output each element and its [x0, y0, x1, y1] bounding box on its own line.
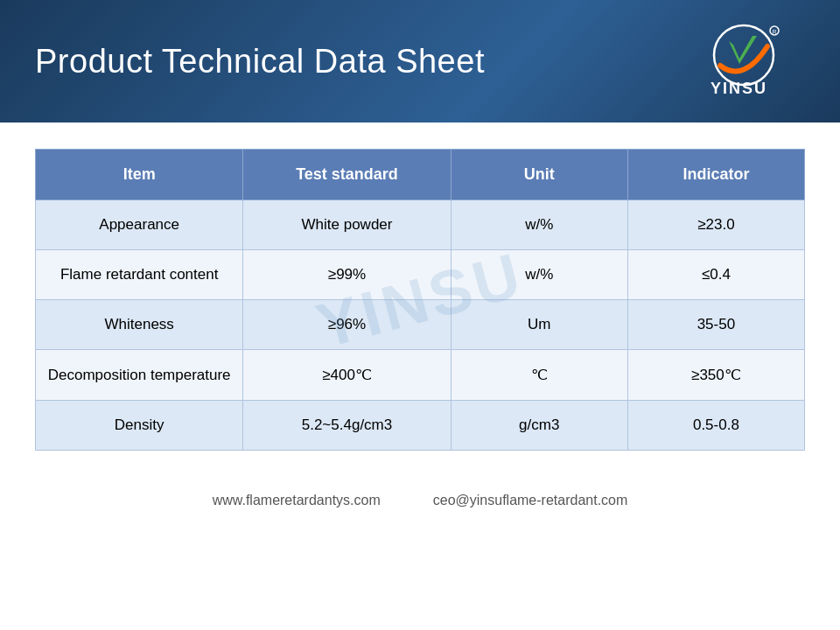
email-link: ceo@yinsuflame-retardant.com: [433, 493, 628, 508]
cell-3-3: ≥350℃: [627, 350, 804, 401]
table-row: Density5.2~5.4g/cm3g/cm30.5-0.8: [36, 401, 805, 451]
cell-3-0: Decomposition temperature: [36, 350, 243, 401]
cell-0-3: ≥23.0: [627, 200, 804, 250]
footer-links: www.flameretardantys.com ceo@yinsuflame-…: [35, 493, 805, 508]
cell-3-1: ≥400℃: [243, 350, 451, 401]
cell-0-2: w/%: [451, 200, 627, 250]
page-footer: www.flameretardantys.com ceo@yinsuflame-…: [0, 477, 840, 524]
table-row: AppearanceWhite powderw/%≥23.0: [36, 200, 805, 250]
svg-text:YINSU: YINSU: [710, 80, 767, 97]
cell-2-3: 35-50: [627, 300, 804, 350]
website-link: www.flameretardantys.com: [213, 493, 381, 508]
table-row: Flame retardant content≥99%w/%≤0.4: [36, 250, 805, 300]
product-data-table: Item Test standard Unit Indicator Appear…: [35, 149, 805, 451]
cell-1-0: Flame retardant content: [36, 250, 243, 300]
col-header-test: Test standard: [243, 150, 451, 200]
col-header-indicator: Indicator: [627, 150, 804, 200]
page-title: Product Technical Data Sheet: [35, 43, 485, 80]
cell-0-0: Appearance: [36, 200, 243, 250]
cell-4-3: 0.5-0.8: [627, 401, 804, 451]
svg-text:R: R: [773, 29, 777, 35]
cell-2-2: Um: [451, 300, 627, 350]
cell-3-2: ℃: [451, 350, 627, 401]
cell-1-2: w/%: [451, 250, 627, 300]
logo-area: YINSU R: [665, 18, 805, 105]
page-header: Product Technical Data Sheet YINSU R: [0, 0, 840, 122]
cell-0-1: White powder: [243, 200, 451, 250]
cell-2-0: Whiteness: [36, 300, 243, 350]
table-wrapper: YINSU Item Test standard Unit Indicator …: [35, 149, 805, 451]
main-content: YINSU Item Test standard Unit Indicator …: [0, 122, 840, 477]
table-row: Decomposition temperature≥400℃℃≥350℃: [36, 350, 805, 401]
cell-1-1: ≥99%: [243, 250, 451, 300]
cell-4-1: 5.2~5.4g/cm3: [243, 401, 451, 451]
cell-4-2: g/cm3: [451, 401, 627, 451]
col-header-item: Item: [36, 150, 243, 200]
cell-4-0: Density: [36, 401, 243, 451]
table-row: Whiteness≥96%Um35-50: [36, 300, 805, 350]
cell-1-3: ≤0.4: [627, 250, 804, 300]
cell-2-1: ≥96%: [243, 300, 451, 350]
svg-marker-1: [729, 36, 757, 64]
table-header-row: Item Test standard Unit Indicator: [36, 150, 805, 200]
col-header-unit: Unit: [451, 150, 627, 200]
yinsu-logo: YINSU R: [669, 22, 801, 101]
